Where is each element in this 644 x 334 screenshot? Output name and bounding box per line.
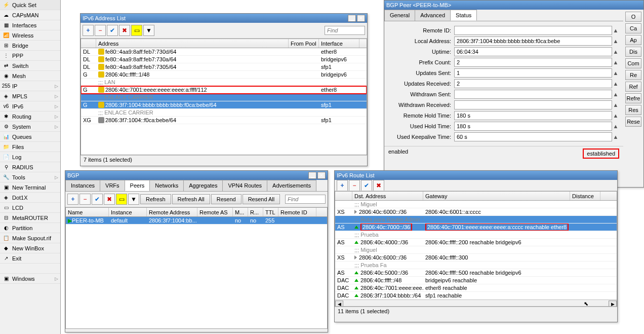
expand-icon[interactable]: ▲ xyxy=(612,49,619,55)
expand-icon[interactable]: ▲ xyxy=(612,81,619,87)
enable-button[interactable]: ✔ xyxy=(361,180,372,191)
window-close[interactable]: ✕ xyxy=(357,15,365,22)
tab[interactable]: VPN4 Routes xyxy=(222,180,267,191)
remove-button[interactable]: − xyxy=(95,25,106,36)
sidebar-item[interactable]: ▦Interfaces xyxy=(0,20,60,30)
table-row[interactable]: DLfe80::4aa9:8aff:feb7:730d/64ether8 xyxy=(81,48,367,56)
scroll-left[interactable]: ◀ xyxy=(335,301,343,307)
bgp-grid[interactable]: Name Instance Remote Address Remote AS M… xyxy=(65,207,328,329)
sidebar-item[interactable]: ☁CAPsMAN xyxy=(0,10,60,20)
resend-button[interactable]: Resend xyxy=(211,194,242,204)
enable-button[interactable]: ✔ xyxy=(92,194,103,205)
sidebar-item[interactable]: ⚲RADIUS xyxy=(0,162,60,172)
dialog-button[interactable]: Ap xyxy=(625,35,641,45)
resend-all-button[interactable]: Resend All xyxy=(243,194,280,204)
tab[interactable]: Advanced xyxy=(415,10,451,21)
refresh-button[interactable]: Refresh xyxy=(140,194,171,204)
tab[interactable]: Advertisements xyxy=(267,180,316,191)
filter-button[interactable]: ▼ xyxy=(143,25,154,36)
col-ttl[interactable]: TTL xyxy=(263,208,278,216)
sidebar-item[interactable] xyxy=(0,264,60,274)
sidebar-item[interactable]: ⚡Quick Set xyxy=(0,0,60,10)
sidebar-item[interactable]: 🔧Tools▷ xyxy=(0,172,60,182)
col-dst[interactable]: Dst. Address xyxy=(352,192,423,200)
table-row[interactable]: AS2806:40c:7000::/362806:40c:7001:eeee:e… xyxy=(335,224,617,231)
table-row[interactable]: ;;; LAN xyxy=(81,79,367,86)
add-button[interactable]: + xyxy=(83,25,94,36)
expand-icon[interactable]: ▲ xyxy=(612,38,619,44)
find-input[interactable] xyxy=(325,26,365,35)
expand-icon[interactable]: ▲ xyxy=(612,113,619,119)
comment-button[interactable]: ▭ xyxy=(116,194,127,205)
window-titlebar[interactable]: BGP ▁ ✕ xyxy=(65,171,328,180)
sidebar-item[interactable]: 📊Queues xyxy=(0,132,60,142)
disable-button[interactable]: ✖ xyxy=(373,180,384,191)
table-row[interactable]: DLfe80::4aa9:8aff:feb7:730a/64bridgeipv6 xyxy=(81,56,367,63)
col-instance[interactable]: Instance xyxy=(109,208,147,216)
col-address[interactable]: Address xyxy=(96,39,289,48)
sidebar-item[interactable]: 📄Log xyxy=(0,152,60,162)
sidebar-item[interactable]: ◈Dot1X xyxy=(0,193,60,203)
table-row[interactable]: DAC2806:40c:7001:eeee:eee..ether8 reacha… xyxy=(335,284,617,292)
table-row[interactable]: AS2806:40c:4000::/362806:40c:ffff::200 r… xyxy=(335,239,617,246)
sidebar-item[interactable]: ◉Mesh xyxy=(0,71,60,81)
col-interface[interactable]: Interface xyxy=(319,39,359,48)
address-grid[interactable]: Address From Pool Interface DLfe80::4aa9… xyxy=(80,39,367,155)
dialog-button[interactable]: O xyxy=(625,12,641,22)
table-row[interactable]: XG2806:3f7:1004::f0ca:bebe/64sfp1 xyxy=(81,117,367,124)
tab[interactable]: VRFs xyxy=(100,180,125,191)
dialog-button[interactable]: Rese xyxy=(625,117,641,127)
table-row[interactable]: ;;; ENLACE CARRIER xyxy=(81,94,367,101)
table-row[interactable]: XS2806:40c:6000::/362806:40c:6001::a:ccc… xyxy=(335,208,617,216)
dialog-button[interactable]: Refre xyxy=(625,93,641,103)
find-input[interactable] xyxy=(285,195,326,204)
tab[interactable]: Status xyxy=(450,10,477,21)
sidebar-item[interactable]: ⋮PPP xyxy=(0,51,60,61)
window-minimize[interactable]: ▁ xyxy=(308,172,316,179)
expand-icon[interactable]: ▲ xyxy=(612,91,619,97)
col-frompool[interactable]: From Pool xyxy=(289,39,319,48)
disable-button[interactable]: ✖ xyxy=(104,194,115,205)
col-remoteas[interactable]: Remote AS xyxy=(197,208,233,216)
dialog-button[interactable]: Ref xyxy=(625,82,641,92)
col-remoteid[interactable]: Remote ID xyxy=(278,208,316,216)
remove-button[interactable]: − xyxy=(79,194,91,205)
tab[interactable]: Aggregates xyxy=(183,180,223,191)
sidebar-item[interactable]: ⊞Bridge xyxy=(0,41,60,51)
remove-button[interactable]: − xyxy=(349,180,360,191)
table-row[interactable]: ;;; Prueba xyxy=(335,231,617,239)
sidebar-item[interactable]: ◆New WinBox xyxy=(0,243,60,253)
col-gw[interactable]: Gateway xyxy=(423,192,570,200)
table-row[interactable]: ;;; Miguel xyxy=(335,201,617,208)
expand-icon[interactable]: ▲ xyxy=(612,59,619,65)
sidebar-item[interactable]: 📁Files xyxy=(0,142,60,152)
sidebar-item[interactable]: ⇄Switch xyxy=(0,61,60,71)
tab[interactable]: Peers xyxy=(125,180,150,191)
add-button[interactable]: + xyxy=(337,180,348,191)
table-row[interactable]: XS2806:40c:6000::/362806:40c:ffff::300 xyxy=(335,254,617,262)
sidebar-item[interactable]: 255IP▷ xyxy=(0,81,60,91)
sidebar-item[interactable]: ▣New Terminal xyxy=(0,182,60,193)
scroll-right[interactable]: ▶ xyxy=(609,301,617,307)
expand-icon[interactable]: ▲ xyxy=(612,134,619,140)
window-titlebar[interactable]: BGP Peer <PEER-to-MB> xyxy=(384,1,643,10)
col-r[interactable]: R... xyxy=(248,208,263,216)
disable-button[interactable]: ✖ xyxy=(119,25,130,36)
col-name[interactable]: Name xyxy=(66,208,109,216)
enable-button[interactable]: ✔ xyxy=(107,25,118,36)
table-row[interactable]: DAC2806:3f7:1004:bbbb::/64sfp1 reachable xyxy=(335,292,617,300)
table-row[interactable]: G2806:40c:ffff::1/48bridgeipv6 xyxy=(81,71,367,79)
table-row[interactable]: DAC2806:40c:ffff::/48bridgeipv6 reachabl… xyxy=(335,277,617,284)
tab[interactable]: Networks xyxy=(149,180,184,191)
table-row[interactable]: ;;; Prueba Fa xyxy=(335,262,617,269)
dialog-button[interactable]: Ca xyxy=(625,23,641,33)
refresh-all-button[interactable]: Refresh All xyxy=(172,194,210,204)
dialog-button[interactable]: Res xyxy=(625,105,641,115)
table-row[interactable]: G2806:40c:7001:eeee:eeee:eeee:a:ffff/112… xyxy=(81,86,367,94)
sidebar-item[interactable]: ↗Exit xyxy=(0,253,60,264)
table-row[interactable]: ▶ PEER-to-MBdefault2806:3f7:1004:bb...no… xyxy=(66,217,327,225)
route-grid[interactable]: Dst. Address Gateway Distance ;;; Miguel… xyxy=(335,191,617,307)
expand-icon[interactable]: ▲ xyxy=(612,123,619,129)
filter-button[interactable]: ▼ xyxy=(128,194,139,205)
window-titlebar[interactable]: IPv6 Route List xyxy=(335,171,617,180)
